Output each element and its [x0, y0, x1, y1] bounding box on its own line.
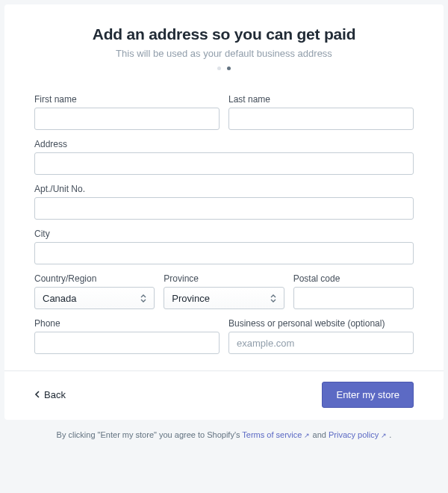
back-button[interactable]: Back	[34, 389, 66, 400]
city-label: City	[34, 229, 414, 239]
back-button-label: Back	[44, 389, 66, 400]
postal-code-label: Postal code	[293, 273, 414, 284]
footer-and: and	[313, 430, 329, 439]
footer-prefix: By clicking "Enter my store" you agree t…	[57, 430, 243, 439]
website-label: Business or personal website (optional)	[228, 318, 414, 329]
country-value: Canada	[43, 293, 77, 304]
country-select[interactable]: Canada	[34, 287, 155, 309]
apt-input[interactable]	[34, 197, 414, 220]
last-name-label: Last name	[228, 94, 414, 105]
first-name-input[interactable]	[34, 108, 220, 130]
address-label: Address	[34, 139, 414, 149]
terms-link[interactable]: Terms of service ↗	[242, 430, 310, 439]
province-select[interactable]: Province	[164, 287, 284, 309]
province-label: Province	[164, 273, 284, 284]
address-input[interactable]	[34, 152, 414, 175]
step-dot-1	[217, 66, 221, 70]
apt-label: Apt./Unit No.	[34, 184, 414, 194]
enter-store-button[interactable]: Enter my store	[322, 382, 414, 408]
external-link-icon: ↗	[381, 432, 387, 439]
step-indicator	[34, 66, 414, 70]
page-subtitle: This will be used as your default busine…	[34, 48, 414, 59]
postal-code-input[interactable]	[293, 287, 414, 309]
province-value: Province	[172, 293, 210, 304]
city-input[interactable]	[34, 242, 414, 264]
privacy-link[interactable]: Privacy policy ↗	[329, 430, 387, 439]
first-name-label: First name	[34, 94, 220, 105]
website-input[interactable]	[228, 332, 414, 354]
chevron-left-icon	[34, 389, 40, 400]
page-title: Add an address so you can get paid	[34, 25, 414, 43]
phone-label: Phone	[34, 318, 220, 329]
footer-period: .	[389, 430, 391, 439]
legal-footer: By clicking "Enter my store" you agree t…	[0, 430, 448, 439]
step-dot-2	[227, 66, 231, 70]
last-name-input[interactable]	[228, 108, 414, 130]
chevron-updown-icon	[140, 294, 146, 303]
onboarding-card: Add an address so you can get paid This …	[4, 4, 444, 420]
chevron-updown-icon	[270, 294, 276, 303]
address-form: First name Last name Address Apt./Unit N…	[34, 94, 414, 363]
country-label: Country/Region	[34, 273, 155, 284]
actions-bar: Back Enter my store	[34, 371, 414, 408]
external-link-icon: ↗	[304, 432, 310, 439]
phone-input[interactable]	[34, 332, 220, 354]
